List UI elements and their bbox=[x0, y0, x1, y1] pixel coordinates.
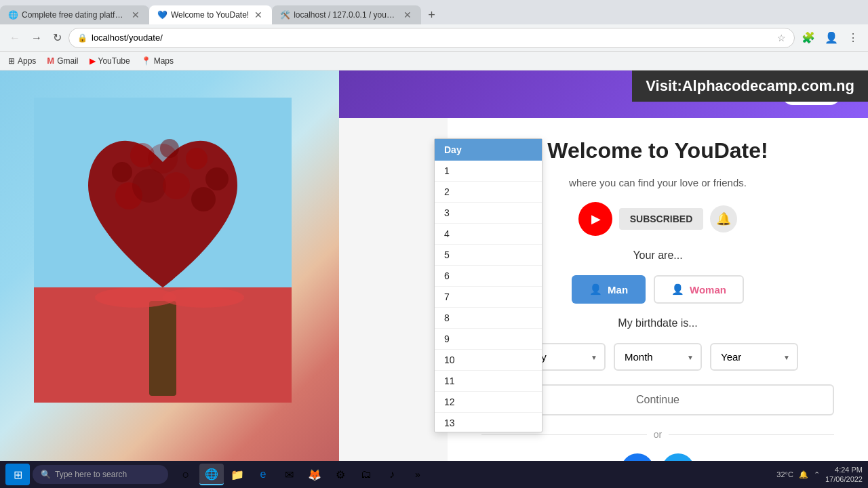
svg-point-11 bbox=[132, 169, 166, 203]
dropdown-item[interactable]: 13 bbox=[435, 413, 542, 432]
taskbar-time-display: 4:24 PM bbox=[825, 465, 863, 474]
year-select-wrapper: Year 2005200420032002 2001200019991998 1… bbox=[710, 343, 798, 371]
hero-image bbox=[0, 70, 339, 461]
dropdown-item[interactable]: 7 bbox=[435, 287, 542, 308]
bookmark-star-icon[interactable]: ☆ bbox=[777, 33, 786, 43]
taskbar-mail-icon[interactable]: ✉ bbox=[277, 464, 301, 485]
taskbar-search-bar[interactable]: 🔍 Type here to search bbox=[33, 465, 168, 484]
tab-1[interactable]: 🌐 Complete free dating platform 5 ✕ bbox=[0, 5, 149, 24]
man-button[interactable]: 👤 Man bbox=[572, 275, 646, 304]
nav-actions: 🧩 👤 ⋮ bbox=[797, 28, 863, 47]
menu-button[interactable]: ⋮ bbox=[844, 28, 863, 47]
search-placeholder: Type here to search bbox=[55, 470, 127, 479]
dropdown-item[interactable]: 5 bbox=[435, 245, 542, 266]
dropdown-item[interactable]: 1 bbox=[435, 161, 542, 182]
tab-2-close[interactable]: ✕ bbox=[253, 8, 264, 22]
gender-buttons: 👤 Man 👤 Woman bbox=[572, 275, 744, 304]
twitter-button[interactable]: 🐦 bbox=[662, 453, 694, 461]
tab-2-title: Welcome to YouDate! bbox=[171, 10, 249, 20]
taskbar-chrome-icon[interactable]: ⚙ bbox=[328, 464, 353, 485]
dropdown-list: 1234567891011121314151617181920212223242… bbox=[435, 161, 542, 432]
youtube-subscribe-icon bbox=[578, 202, 612, 236]
svg-point-9 bbox=[191, 187, 216, 211]
maps-label: Maps bbox=[154, 56, 174, 66]
taskbar-icons: ○ 🌐 📁 e ✉ 🦊 ⚙ 🗂 ♪ » bbox=[174, 464, 430, 485]
or-label: or bbox=[654, 429, 662, 440]
start-icon: ⊞ bbox=[14, 468, 22, 481]
taskbar-edge-icon[interactable]: e bbox=[251, 464, 275, 485]
dropdown-item[interactable]: 9 bbox=[435, 329, 542, 350]
dropdown-item[interactable]: 6 bbox=[435, 266, 542, 287]
welcome-title: Welcome to YouDate! bbox=[547, 138, 768, 163]
start-button[interactable]: ⊞ bbox=[5, 464, 30, 485]
dropdown-item[interactable]: 3 bbox=[435, 203, 542, 224]
taskbar-cortana-icon[interactable]: ○ bbox=[174, 464, 198, 485]
gmail-label: Gmail bbox=[57, 56, 78, 66]
tab-bar: 🌐 Complete free dating platform 5 ✕ 💙 We… bbox=[0, 0, 868, 24]
taskbar-music-icon[interactable]: ♪ bbox=[380, 464, 404, 485]
tab-3-close[interactable]: ✕ bbox=[402, 8, 413, 22]
svg-point-14 bbox=[163, 287, 244, 308]
extensions-button[interactable]: 🧩 bbox=[797, 28, 819, 47]
search-icon: 🔍 bbox=[41, 470, 51, 479]
notification-bell-button[interactable]: 🔔 bbox=[710, 205, 737, 232]
dropdown-item[interactable]: 2 bbox=[435, 182, 542, 203]
taskbar: ⊞ 🔍 Type here to search ○ 🌐 📁 e ✉ 🦊 ⚙ 🗂 … bbox=[0, 461, 868, 488]
apps-label: Apps bbox=[18, 56, 36, 66]
facebook-button[interactable]: f bbox=[621, 453, 654, 461]
your-are-label: Your are... bbox=[633, 249, 682, 262]
svg-point-12 bbox=[163, 172, 190, 199]
svg-point-7 bbox=[205, 167, 229, 190]
address-bar: 🔒 ☆ bbox=[68, 28, 795, 48]
taskbar-more-icon[interactable]: » bbox=[406, 464, 430, 485]
tab-1-title: Complete free dating platform 5 bbox=[22, 10, 126, 20]
dropdown-item[interactable]: 4 bbox=[435, 224, 542, 245]
woman-icon: 👤 bbox=[671, 283, 684, 296]
taskbar-temp: 32°C bbox=[776, 470, 793, 479]
taskbar-explorer-icon[interactable]: 📁 bbox=[225, 464, 250, 485]
birthdate-label: My birthdate is... bbox=[618, 317, 697, 329]
youtube-icon: ▶ bbox=[90, 56, 96, 66]
tab-3-favicon: 🛠️ bbox=[280, 10, 290, 20]
dropdown-header: Day bbox=[435, 139, 542, 161]
back-button[interactable]: ← bbox=[5, 29, 24, 47]
new-tab-button[interactable]: + bbox=[424, 5, 439, 24]
forward-button[interactable]: → bbox=[27, 29, 46, 47]
taskbar-firefox-icon[interactable]: 🦊 bbox=[302, 464, 327, 485]
taskbar-right: 32°C 🔔 ⌃ 4:24 PM 17/06/2022 bbox=[776, 465, 863, 485]
taskbar-date-display: 17/06/2022 bbox=[825, 474, 863, 484]
bookmark-gmail[interactable]: M Gmail bbox=[44, 54, 81, 67]
svg-point-6 bbox=[186, 148, 208, 169]
bookmark-youtube[interactable]: ▶ YouTube bbox=[87, 55, 133, 67]
month-select[interactable]: Month JanuaryFebruaryMarch AprilMayJune … bbox=[614, 343, 702, 371]
address-input[interactable] bbox=[92, 33, 773, 43]
page-content: Visit:Alphacodecamp.com.ng YouDate Have … bbox=[0, 70, 868, 461]
taskbar-extra-icon[interactable]: 🗂 bbox=[354, 464, 378, 485]
maps-icon: 📍 bbox=[141, 56, 151, 66]
apps-icon: ⊞ bbox=[8, 56, 15, 66]
lock-icon: 🔒 bbox=[77, 33, 87, 43]
profile-button[interactable]: 👤 bbox=[821, 28, 842, 47]
social-buttons: f 🐦 bbox=[621, 453, 694, 461]
tab-3[interactable]: 🛠️ localhost / 127.0.0.1 / youdate... ✕ bbox=[272, 5, 421, 24]
bookmark-maps[interactable]: 📍 Maps bbox=[138, 55, 176, 67]
tab-1-favicon: 🌐 bbox=[8, 10, 18, 20]
reload-button[interactable]: ↻ bbox=[49, 28, 66, 47]
bookmark-apps[interactable]: ⊞ Apps bbox=[5, 55, 39, 67]
gmail-icon: M bbox=[47, 56, 54, 66]
dropdown-item[interactable]: 10 bbox=[435, 350, 542, 371]
tab-2[interactable]: 💙 Welcome to YouDate! ✕ bbox=[149, 5, 272, 24]
taskbar-browser-icon[interactable]: 🌐 bbox=[199, 464, 224, 485]
month-select-wrapper: Month JanuaryFebruaryMarch AprilMayJune … bbox=[614, 343, 702, 371]
dropdown-item[interactable]: 8 bbox=[435, 308, 542, 329]
tab-1-close[interactable]: ✕ bbox=[130, 8, 141, 22]
dropdown-item[interactable]: 12 bbox=[435, 392, 542, 413]
year-select[interactable]: Year 2005200420032002 2001200019991998 1… bbox=[710, 343, 798, 371]
visit-banner: Visit:Alphacodecamp.com.ng bbox=[632, 70, 868, 102]
dropdown-item[interactable]: 11 bbox=[435, 371, 542, 392]
man-icon: 👤 bbox=[589, 283, 602, 296]
man-label: Man bbox=[608, 284, 628, 296]
subscribe-bar: SUBSCRIBED 🔔 bbox=[578, 202, 738, 236]
svg-point-3 bbox=[112, 162, 132, 182]
woman-button[interactable]: 👤 Woman bbox=[654, 275, 744, 304]
